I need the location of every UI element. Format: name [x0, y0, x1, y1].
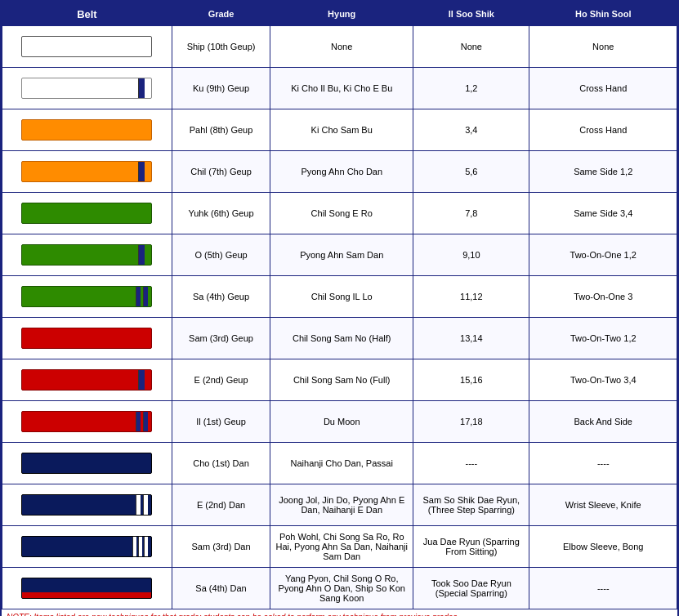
- belt-cell-row-2-dan: [2, 484, 172, 526]
- il-soo-shik-cell: 17,18: [413, 401, 529, 443]
- header-grade: Grade: [172, 2, 270, 26]
- ho-shin-sool-cell: Same Side 3,4: [529, 193, 677, 234]
- table-row: O (5th) GeupPyong Ahn Sam Dan9,10Two-On-…: [2, 234, 677, 276]
- header-belt: Belt: [2, 2, 172, 26]
- il-soo-shik-cell: 1,2: [413, 68, 529, 109]
- grade-cell: Pahl (8th) Geup: [172, 109, 270, 151]
- table-row: Sa (4th) GeupChil Song IL Lo11,12Two-On-…: [2, 276, 677, 318]
- hyung-cell: Du Moon: [270, 401, 413, 443]
- il-soo-shik-cell: 15,16: [413, 359, 529, 401]
- hyung-cell: None: [270, 26, 413, 68]
- table-row: Yuhk (6th) GeupChil Song E Ro7,8Same Sid…: [2, 193, 677, 234]
- table-row: E (2nd) DanJoong Jol, Jin Do, Pyong Ahn …: [2, 484, 677, 526]
- hyung-cell: Chil Song Sam No (Half): [270, 318, 413, 359]
- grade-cell: Ku (9th) Geup: [172, 68, 270, 109]
- ho-shin-sool-cell: Two-On-One 3: [529, 276, 677, 318]
- grade-cell: Chil (7th) Geup: [172, 151, 270, 193]
- hyung-cell: Chil Song E Ro: [270, 193, 413, 234]
- table-note: NOTE: Items listed are new techniques fo…: [2, 609, 677, 616]
- main-table-container: Belt Grade Hyung Il Soo Shik Ho Shin Soo…: [0, 0, 679, 616]
- il-soo-shik-cell: 5,6: [413, 151, 529, 193]
- ho-shin-sool-cell: ----: [529, 568, 677, 609]
- belt-cell-row-5-geup: [2, 234, 172, 276]
- hyung-cell: Ki Cho Il Bu, Ki Cho E Bu: [270, 68, 413, 109]
- il-soo-shik-cell: 11,12: [413, 276, 529, 318]
- belt-cell-row-3-geup: [2, 318, 172, 359]
- hyung-cell: Ki Cho Sam Bu: [270, 109, 413, 151]
- hyung-cell: Poh Wohl, Chi Song Sa Ro, Ro Hai, Pyong …: [270, 526, 413, 568]
- grade-cell: O (5th) Geup: [172, 234, 270, 276]
- grade-cell: Sa (4th) Geup: [172, 276, 270, 318]
- table-row: E (2nd) GeupChil Song Sam No (Full)15,16…: [2, 359, 677, 401]
- hyung-cell: Chil Song IL Lo: [270, 276, 413, 318]
- ho-shin-sool-cell: Two-On-Two 1,2: [529, 318, 677, 359]
- il-soo-shik-cell: 7,8: [413, 193, 529, 234]
- table-row: Chil (7th) GeupPyong Ahn Cho Dan5,6Same …: [2, 151, 677, 193]
- il-soo-shik-cell: 9,10: [413, 234, 529, 276]
- table-row: Pahl (8th) GeupKi Cho Sam Bu3,4Cross Han…: [2, 109, 677, 151]
- grade-cell: Sam (3rd) Dan: [172, 526, 270, 568]
- belt-cell-row-1-geup: [2, 401, 172, 443]
- belt-cell-row-10-geup: [2, 26, 172, 68]
- ho-shin-sool-cell: Same Side 1,2: [529, 151, 677, 193]
- ho-shin-sool-cell: Wrist Sleeve, Knife: [529, 484, 677, 526]
- il-soo-shik-cell: ----: [413, 443, 529, 484]
- table-row: Cho (1st) DanNaihanji Cho Dan, Passai---…: [2, 443, 677, 484]
- table-row: Sam (3rd) GeupChil Song Sam No (Half)13,…: [2, 318, 677, 359]
- belt-cell-row-2-geup: [2, 359, 172, 401]
- header-hyung: Hyung: [270, 2, 413, 26]
- table-row: Il (1st) GeupDu Moon17,18Back And Side: [2, 401, 677, 443]
- il-soo-shik-cell: 3,4: [413, 109, 529, 151]
- belt-cell-row-8-geup: [2, 109, 172, 151]
- header-il-soo-shik: Il Soo Shik: [413, 2, 529, 26]
- il-soo-shik-cell: None: [413, 26, 529, 68]
- belt-cell-row-3-dan: [2, 526, 172, 568]
- belt-cell-row-1-dan: [2, 443, 172, 484]
- belt-cell-row-7-geup: [2, 151, 172, 193]
- ho-shin-sool-cell: Two-On-One 1,2: [529, 234, 677, 276]
- belt-cell-row-4-geup: [2, 276, 172, 318]
- ho-shin-sool-cell: Elbow Sleeve, Bong: [529, 526, 677, 568]
- belt-cell-row-4-dan: [2, 568, 172, 609]
- il-soo-shik-cell: Sam So Shik Dae Ryun, (Three Step Sparri…: [413, 484, 529, 526]
- ho-shin-sool-cell: Cross Hand: [529, 68, 677, 109]
- hyung-cell: Yang Pyon, Chil Song O Ro, Pyong Ahn O D…: [270, 568, 413, 609]
- table-row: Sam (3rd) DanPoh Wohl, Chi Song Sa Ro, R…: [2, 526, 677, 568]
- il-soo-shik-cell: Took Soo Dae Ryun (Special Sparring): [413, 568, 529, 609]
- il-soo-shik-cell: 13,14: [413, 318, 529, 359]
- il-soo-shik-cell: Jua Dae Ryun (Sparring From Sitting): [413, 526, 529, 568]
- table-row: Ship (10th Geup)NoneNoneNone: [2, 26, 677, 68]
- ho-shin-sool-cell: Two-On-Two 3,4: [529, 359, 677, 401]
- curriculum-table: Belt Grade Hyung Il Soo Shik Ho Shin Soo…: [2, 2, 677, 609]
- grade-cell: Il (1st) Geup: [172, 401, 270, 443]
- hyung-cell: Chil Song Sam No (Full): [270, 359, 413, 401]
- hyung-cell: Joong Jol, Jin Do, Pyong Ahn E Dan, Naih…: [270, 484, 413, 526]
- table-row: Sa (4th) DanYang Pyon, Chil Song O Ro, P…: [2, 568, 677, 609]
- grade-cell: Sa (4th) Dan: [172, 568, 270, 609]
- ho-shin-sool-cell: Cross Hand: [529, 109, 677, 151]
- grade-cell: Cho (1st) Dan: [172, 443, 270, 484]
- grade-cell: Yuhk (6th) Geup: [172, 193, 270, 234]
- hyung-cell: Naihanji Cho Dan, Passai: [270, 443, 413, 484]
- grade-cell: Ship (10th Geup): [172, 26, 270, 68]
- table-row: Ku (9th) GeupKi Cho Il Bu, Ki Cho E Bu1,…: [2, 68, 677, 109]
- ho-shin-sool-cell: ----: [529, 443, 677, 484]
- ho-shin-sool-cell: Back And Side: [529, 401, 677, 443]
- header-ho-shin-sool: Ho Shin Sool: [529, 2, 677, 26]
- grade-cell: E (2nd) Geup: [172, 359, 270, 401]
- ho-shin-sool-cell: None: [529, 26, 677, 68]
- grade-cell: Sam (3rd) Geup: [172, 318, 270, 359]
- hyung-cell: Pyong Ahn Sam Dan: [270, 234, 413, 276]
- belt-cell-row-9-geup: [2, 68, 172, 109]
- hyung-cell: Pyong Ahn Cho Dan: [270, 151, 413, 193]
- grade-cell: E (2nd) Dan: [172, 484, 270, 526]
- belt-cell-row-6-geup: [2, 193, 172, 234]
